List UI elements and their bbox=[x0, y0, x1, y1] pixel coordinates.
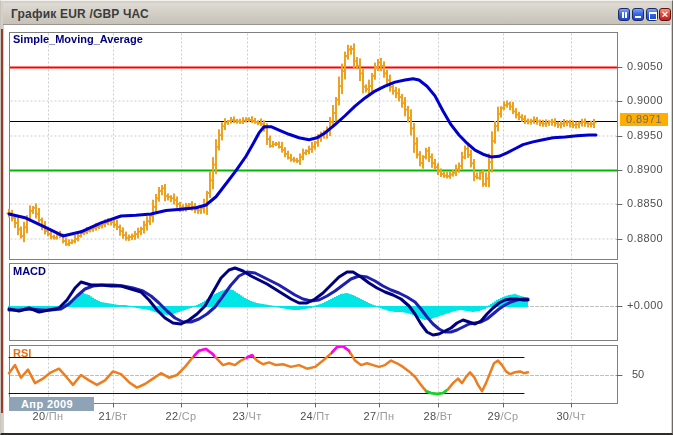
sma-indicator-label: Simple_Moving_Average bbox=[13, 33, 143, 45]
price-axis-label: 0.8900 bbox=[627, 163, 663, 175]
minimize-button[interactable] bbox=[632, 8, 644, 21]
window-title: График EUR /GBP ЧАС bbox=[11, 7, 149, 21]
time-axis-label: 27/Пн bbox=[364, 410, 395, 422]
price-axis-label: 0.9050 bbox=[627, 60, 663, 72]
price-axis-label: 0.8800 bbox=[627, 232, 663, 244]
time-axis-label: 20/Пн bbox=[33, 410, 64, 422]
pause-button[interactable] bbox=[618, 8, 630, 21]
chart-canvas[interactable] bbox=[5, 26, 668, 430]
chart-window: График EUR /GBP ЧАС × Simple_Moving_Aver… bbox=[0, 0, 673, 435]
time-axis-label: 24/Пт bbox=[300, 410, 330, 422]
maximize-button[interactable] bbox=[646, 8, 658, 21]
time-axis-label: 29/Ср bbox=[488, 410, 519, 422]
rsi-mid-label: 50 bbox=[632, 368, 644, 380]
time-axis-label: 23/Чт bbox=[232, 410, 261, 422]
chart-client-area: Simple_Moving_Average MACD RSI 0.90500.9… bbox=[4, 25, 671, 433]
macd-indicator-label: MACD bbox=[13, 265, 46, 277]
minimize-icon bbox=[635, 16, 641, 18]
close-icon: × bbox=[660, 8, 670, 20]
price-axis-label: 0.9000 bbox=[627, 94, 663, 106]
time-axis-label: 21/Вт bbox=[99, 410, 128, 422]
pause-icon bbox=[622, 12, 624, 18]
title-bar[interactable]: График EUR /GBP ЧАС × bbox=[3, 3, 670, 25]
rsi-indicator-label: RSI bbox=[13, 347, 31, 359]
close-button[interactable]: × bbox=[659, 8, 671, 21]
time-axis-label: 28/Вт bbox=[424, 410, 453, 422]
maximize-icon bbox=[649, 12, 657, 20]
price-axis-label: 0.8950 bbox=[627, 129, 663, 141]
price-axis-label: 0.8850 bbox=[627, 197, 663, 209]
left-edge-strip bbox=[1, 29, 3, 413]
month-badge: Апр 2009 bbox=[9, 397, 94, 411]
current-price-tag: 0.8971 bbox=[620, 113, 668, 126]
time-axis-label: 30/Чт bbox=[556, 410, 585, 422]
time-axis-label: 22/Ср bbox=[166, 410, 197, 422]
macd-zero-label: +0.000 bbox=[627, 299, 663, 311]
